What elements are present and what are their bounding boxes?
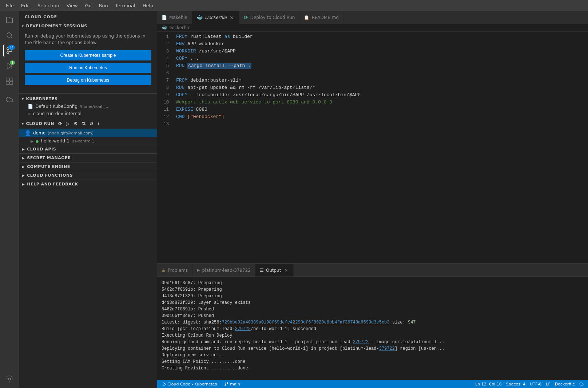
explorer-icon[interactable] [3,14,16,26]
code-content-8: RUN apt-get update && rm -rf /var/lib/ap… [175,84,588,91]
status-branch[interactable]: main [223,382,241,387]
menu-go[interactable]: Go [82,1,95,10]
secret-manager-chevron: ▶ [22,156,25,160]
status-right: Ln 12, Col 16 Spaces: 4 UTF-8 LF Dockerf… [474,382,585,387]
output-label: Output [266,268,281,273]
debug-k8s-button[interactable]: Debug on Kubernetes [25,75,151,85]
cloud-run-reset-icon[interactable]: ↺ [88,121,95,127]
settings-icon[interactable] [3,373,16,385]
terminal-line-14: Creating Revision............done [162,365,584,372]
terminal-line-9: Executing Gcloud Run Deploy [162,332,584,339]
project-id-link-2[interactable]: 379722 [353,340,369,345]
hello-world-service[interactable]: ▶ ● hello-world-1 us-central1 [19,137,157,145]
digest-link[interactable]: 729bbe02a40389a0198f69defc42290df6f8920e… [222,320,390,325]
dockerfile-icon: 🐳 [162,25,167,30]
menu-help[interactable]: Help [140,1,156,10]
status-eol[interactable]: LF [544,382,552,387]
status-cloud-label: Cloud Code - Kubernetes [167,382,217,387]
source-control-icon[interactable]: 34 [3,44,16,57]
problems-label: Problems [168,268,188,273]
line-num-13: 13 [157,121,175,128]
menu-selection[interactable]: Selection [35,1,62,10]
create-k8s-button[interactable]: Create a Kubernetes sample [25,50,151,60]
menu-view[interactable]: View [64,1,81,10]
tab-deploy-cloud-run[interactable]: ⟳ Deploy to Cloud Run [239,11,300,24]
secret-manager-section: ▶ SECRET MANAGER [19,153,157,162]
help-feedback-header[interactable]: ▶ HELP AND FEEDBACK [19,180,157,188]
code-content-3: WORKDIR /usr/src/$APP [175,48,588,55]
status-cloud-icon[interactable] [578,382,585,387]
main-container: 34 1 CL [0,11,588,388]
line-num-2: 2 [157,40,175,48]
status-cloud-code[interactable]: Cloud Code - Kubernetes [160,382,218,387]
status-position[interactable]: Ln 12, Col 16 [474,382,503,387]
secret-manager-header[interactable]: ▶ SECRET MANAGER [19,154,157,162]
project-id-link-1[interactable]: 379722 [235,326,251,332]
editor-content[interactable]: 1 FROM rust:latest as builder 2 ENV APP … [157,32,588,263]
menu-terminal[interactable]: Terminal [112,1,138,10]
account-email: (noah.gift@gmail.com) [48,131,94,136]
cloud-run-sync-icon[interactable]: ⇅ [80,121,87,127]
cloud-functions-chevron: ▶ [22,173,25,177]
compute-engine-header[interactable]: ▶ COMPUTE ENGINE [19,162,157,171]
breadcrumb: 🐳 Dockerfile [157,24,588,32]
extensions-icon[interactable] [3,75,16,87]
run-debug-icon[interactable]: 1 [3,60,16,72]
account-icon: 👤 [25,130,31,136]
kubernetes-label: KUBERNETES [26,97,58,101]
panel-tab-platinum-lead[interactable]: ▶ platinum-lead-379722 [192,264,255,277]
cloud-run-settings-icon[interactable]: ⚙ [72,121,79,127]
search-icon[interactable] [3,29,16,42]
project-id-link-3[interactable]: 379722 [379,346,395,351]
terminal-line-3: d413d872f329: Preparing [162,293,584,299]
source-control-badge: 34 [8,45,15,50]
tab-dockerfile[interactable]: 🐳 Dockerfile × [192,11,239,24]
cloud-run-info-icon[interactable]: ℹ [96,121,100,127]
kubernetes-header[interactable]: ▾ KUBERNETES [19,95,157,103]
dockerfile-close-icon[interactable]: × [229,14,235,21]
code-line-7: 7 FROM debian:buster-slim [157,77,588,84]
line-num-12: 12 [157,113,175,121]
cloud-run-refresh-icon[interactable]: ⟳ [57,121,63,127]
tab-readme[interactable]: 📋 README.md [299,11,343,24]
kubeconfig-item[interactable]: 📄 Default KubeConfig /home/noah_... [19,103,157,110]
status-encoding[interactable]: UTF-8 [528,382,543,387]
panel-tab-output[interactable]: ☰ Output × [255,264,294,277]
cloud-run-header[interactable]: ▾ CLOUD RUN ⟳ ▷ ⚙ ⇅ ↺ ℹ [19,119,157,129]
code-content-9: COPY --from=builder /usr/local/cargo/bin… [175,91,588,99]
svg-point-0 [7,33,12,38]
cloud-run-play-icon[interactable]: ▷ [65,121,71,127]
svg-rect-8 [6,82,9,85]
circle-icon: ⚪ [28,112,31,116]
dev-sessions-description: Run or debug your kubernetes app using t… [25,33,151,46]
terminal-line-10: Running gcloud command: run deploy hello… [162,339,584,345]
panel-tabs: ⚠ Problems ▶ platinum-lead-379722 ☰ Outp… [157,264,588,277]
dev-sessions-header[interactable]: ▾ DEVELOPMENT SESSIONS [19,22,157,30]
menu-run[interactable]: Run [96,1,111,10]
cloud-run-internal-item[interactable]: ⚪ cloud-run-dev-internal [19,110,157,117]
output-close-icon[interactable]: × [283,267,289,273]
line-num-3: 3 [157,48,175,55]
run-k8s-button[interactable]: Run on Kubernetes [25,63,151,73]
cloud-code-icon[interactable] [3,93,16,106]
cloud-functions-header[interactable]: ▶ CLOUD FUNCTIONS [19,171,157,180]
status-language[interactable]: Dockerfile [553,382,576,387]
cloud-run-internal-label: cloud-run-dev-internal [33,111,81,116]
code-line-13: 13 [157,121,588,128]
menu-file[interactable]: File [3,1,17,10]
cloud-run-demo-account[interactable]: 👤 demo (noah.gift@gmail.com) ⇄ [19,129,157,137]
breadcrumb-path: Dockerfile [168,25,190,30]
menu-edit[interactable]: Edit [18,1,33,10]
compute-engine-label: COMPUTE ENGINE [27,164,70,169]
line-num-4: 4 [157,55,175,62]
tab-makefile[interactable]: 📄 Makefile [157,11,192,24]
status-spaces[interactable]: Spaces: 4 [505,382,527,387]
panel-tab-problems[interactable]: ⚠ Problems [157,264,192,277]
status-language-label: Dockerfile [555,382,575,387]
code-content-2: ENV APP webdocker [175,40,588,48]
svg-rect-7 [10,78,13,81]
cloud-functions-section: ▶ CLOUD FUNCTIONS [19,171,157,180]
terminal-icon: ▶ [197,268,200,273]
terminal-line-5: 5462d7f0691b: Pushed [162,306,584,313]
cloud-apis-header[interactable]: ▶ CLOUD APIS [19,145,157,153]
